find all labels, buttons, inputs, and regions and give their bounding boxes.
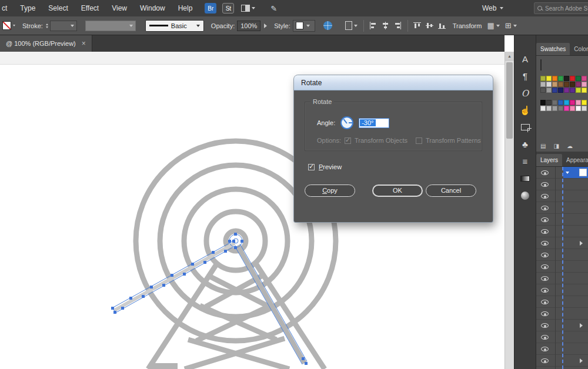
align-center-icon[interactable]: [382, 22, 389, 29]
visibility-eye-icon[interactable]: [541, 300, 549, 304]
swatch[interactable]: [576, 106, 581, 111]
character-panel-icon[interactable]: A: [514, 51, 536, 68]
swatch[interactable]: [576, 88, 581, 93]
swatch[interactable]: [546, 100, 552, 105]
stroke-weight-stepper[interactable]: [46, 24, 48, 28]
bridge-badge-icon[interactable]: Br: [205, 3, 216, 14]
tab-swatches[interactable]: Swatches: [536, 43, 570, 55]
angle-input[interactable]: -30°: [359, 118, 389, 128]
cancel-button[interactable]: Cancel: [426, 184, 476, 197]
swatch[interactable]: [540, 82, 546, 87]
swatch[interactable]: [546, 76, 552, 81]
none-swatch[interactable]: [540, 59, 542, 71]
graphic-style-dropdown[interactable]: [293, 20, 315, 32]
visibility-eye-icon[interactable]: [541, 182, 549, 187]
selected-layer-indicator[interactable]: [563, 167, 588, 178]
ok-button[interactable]: OK: [372, 184, 423, 197]
swatch[interactable]: [582, 82, 587, 87]
swatch[interactable]: [558, 106, 563, 111]
visibility-eye-icon[interactable]: [541, 311, 549, 316]
menu-item-window[interactable]: Window: [133, 4, 172, 12]
arrange-documents-button[interactable]: [241, 5, 255, 12]
visibility-eye-icon[interactable]: [541, 358, 549, 363]
swatch-libraries-icon[interactable]: ▤: [540, 143, 546, 149]
swatch[interactable]: [576, 100, 581, 105]
expand-chevron-icon[interactable]: [580, 358, 583, 363]
paragraph-panel-icon[interactable]: ¶: [514, 68, 536, 85]
swatch[interactable]: [570, 88, 575, 93]
align-middle-icon[interactable]: [426, 22, 433, 29]
stroke-panel-icon[interactable]: ≡: [514, 153, 536, 170]
document-setup-button[interactable]: [345, 21, 358, 30]
swatch[interactable]: [564, 106, 569, 111]
expand-chevron-icon[interactable]: [580, 241, 583, 246]
menu-item-help[interactable]: Help: [172, 4, 199, 12]
stroke-weight-dropdown[interactable]: [50, 21, 77, 31]
swatch[interactable]: [552, 82, 557, 87]
swatch[interactable]: [540, 76, 546, 81]
swatch[interactable]: [582, 106, 587, 111]
cloud-sync-icon[interactable]: ☁: [567, 143, 573, 149]
swatch[interactable]: [546, 82, 552, 87]
swatch[interactable]: [558, 76, 563, 81]
expand-chevron-icon[interactable]: [580, 323, 583, 328]
swatch[interactable]: [564, 82, 569, 87]
document-tab[interactable]: @ 100% (RGB/Preview) ×: [0, 35, 92, 52]
menu-item-view[interactable]: View: [105, 4, 133, 12]
visibility-eye-icon[interactable]: [541, 194, 549, 199]
preview-checkbox[interactable]: [308, 164, 315, 170]
tab-color[interactable]: Color: [570, 43, 588, 55]
swatch[interactable]: [540, 88, 546, 93]
align-right-icon[interactable]: [394, 22, 402, 29]
visibility-eye-icon[interactable]: [541, 206, 549, 210]
swatch[interactable]: [558, 82, 563, 87]
swatch[interactable]: [582, 100, 587, 105]
workspace-switcher[interactable]: Web: [482, 0, 503, 16]
angle-dial-icon[interactable]: [340, 116, 353, 129]
align-bottom-icon[interactable]: [438, 22, 446, 29]
swatch[interactable]: [546, 88, 552, 93]
brush-definition-dropdown[interactable]: Basic: [145, 20, 204, 32]
visibility-eye-icon[interactable]: [541, 276, 549, 281]
gradient-panel-icon[interactable]: [514, 170, 536, 187]
opentype-panel-icon[interactable]: O: [514, 85, 536, 102]
swatch[interactable]: [570, 76, 575, 81]
tab-appearance[interactable]: Appearance: [562, 154, 588, 166]
swatch[interactable]: [552, 76, 557, 81]
artboards-panel-icon[interactable]: [514, 119, 536, 136]
visibility-eye-icon[interactable]: [541, 323, 549, 328]
quill-icon[interactable]: ✎: [270, 4, 277, 13]
shape-options-button[interactable]: ▦: [487, 21, 499, 30]
align-top-icon[interactable]: [413, 22, 421, 29]
swatch[interactable]: [570, 82, 575, 87]
menu-item-ct[interactable]: ct: [0, 4, 14, 12]
swatch[interactable]: [558, 88, 563, 93]
stock-badge-icon[interactable]: St: [222, 3, 234, 14]
scroll-up-icon[interactable]: ▲: [505, 52, 514, 61]
swatch[interactable]: [552, 100, 557, 105]
close-icon[interactable]: ×: [82, 39, 86, 48]
swatch[interactable]: [552, 106, 557, 111]
symbols-panel-icon[interactable]: ♣: [514, 136, 536, 153]
swatch[interactable]: [546, 106, 552, 111]
fill-color-control[interactable]: [2, 21, 15, 30]
transform-patterns-checkbox[interactable]: [416, 137, 422, 144]
visibility-eye-icon[interactable]: [541, 264, 549, 269]
swatch[interactable]: [540, 106, 546, 111]
visibility-eye-icon[interactable]: [541, 253, 549, 257]
swatch[interactable]: [564, 100, 569, 105]
tab-layers[interactable]: Layers: [536, 154, 562, 166]
visibility-eye-icon[interactable]: [541, 288, 549, 293]
vertical-scrollbar[interactable]: ▲: [505, 52, 514, 369]
menu-item-effect[interactable]: Effect: [75, 4, 105, 12]
navigator-panel-icon[interactable]: [514, 187, 536, 204]
width-profile-dropdown[interactable]: [85, 21, 136, 31]
swatch[interactable]: [576, 76, 581, 81]
copy-button[interactable]: Copy: [305, 184, 355, 197]
chevron-right-icon[interactable]: [264, 24, 267, 28]
swatch[interactable]: [570, 106, 575, 111]
dialog-titlebar[interactable]: Rotate: [294, 75, 493, 90]
swatch[interactable]: [582, 88, 587, 93]
visibility-eye-icon[interactable]: [541, 170, 549, 175]
hand-grab-icon[interactable]: ☝: [514, 102, 536, 119]
